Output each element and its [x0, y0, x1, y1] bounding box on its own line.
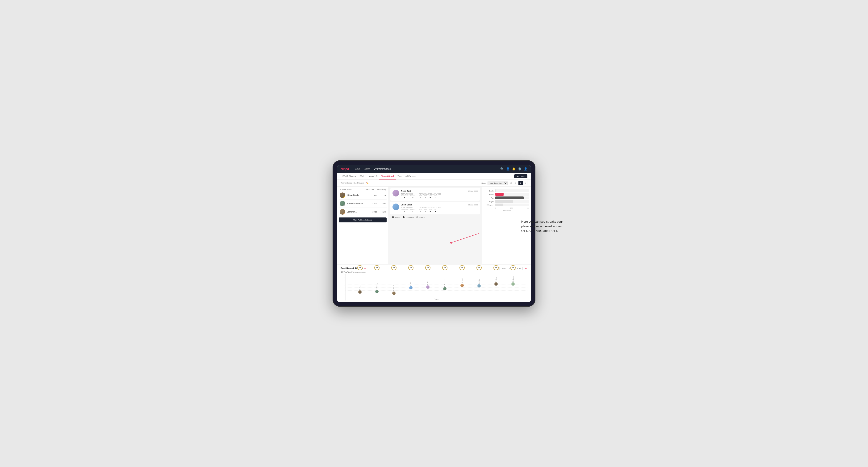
player-dot-col: 6x D. Billingham — [391, 265, 397, 295]
total-practice-label: Total Practice Activities — [419, 193, 441, 195]
streak-stem — [411, 270, 411, 281]
edit-icon[interactable]: ✏️ — [366, 182, 369, 184]
annotation-text: Here you can see streaks your players ha… — [521, 219, 568, 233]
tab-tour[interactable]: Tour — [396, 173, 404, 180]
legend-tournament: Tournament — [405, 217, 414, 218]
list-view-btn[interactable]: ≡ — [514, 181, 518, 185]
period-select[interactable]: Last 3 months Last 6 months Last 12 mont… — [488, 181, 507, 185]
avatar: 3 — [340, 209, 345, 215]
streak-bubble: 7x — [357, 265, 363, 270]
nav-teams[interactable]: Teams — [363, 167, 370, 171]
streak-bubble: 3x — [510, 265, 516, 270]
legend-practice: Practice — [419, 217, 425, 218]
y-label-2: 2 — [341, 288, 345, 289]
tab-hcaps[interactable]: Hcaps 1-5 — [366, 173, 379, 180]
player-avatar-small — [460, 284, 464, 287]
player-name-vertical: R. Britt — [427, 281, 429, 285]
bar-track: 499 — [495, 196, 529, 199]
annotation-arrow — [479, 234, 526, 252]
y-label-3: 3 — [341, 285, 345, 286]
player-card: Josh Coles 26 Aug 2023 Total Rounds Tour… — [390, 201, 480, 214]
player-dot-col: 4x M. Miller — [476, 265, 482, 295]
player-dot-col: 3x R. Butler — [493, 265, 499, 295]
bar-track: 131 — [495, 204, 529, 206]
bar-label-dbogeys: D. Bogeys + — [484, 204, 494, 206]
card-date: 02 Sep 2023 — [468, 190, 478, 192]
sub-tabs: PGAT Players PGA Hcaps 1-5 Team Clippd T… — [337, 173, 531, 180]
tab-pgat-players[interactable]: PGAT Players — [341, 173, 358, 180]
card-date: 26 Aug 2023 — [468, 204, 478, 206]
rank-badge: 2 — [343, 205, 345, 206]
player-name-vertical: E. Ebert — [359, 285, 361, 290]
x-axis-label-0: 0 — [495, 207, 496, 209]
th-pb-score: PB SCORE — [366, 189, 374, 190]
legend-rounds: Rounds — [395, 217, 400, 218]
tab-all-players[interactable]: All Players — [404, 173, 417, 180]
player-avatar-small — [358, 290, 362, 294]
nav-home[interactable]: Home — [353, 167, 360, 171]
search-icon[interactable]: 🔍 — [500, 167, 504, 170]
player-avatar-small — [426, 285, 430, 289]
player-row[interactable]: 2 Edward Crossman 18/20 107 — [339, 199, 386, 208]
player-name-vertical: D. Billingham — [393, 283, 395, 291]
player-avatar-small — [409, 286, 412, 289]
settings-icon[interactable]: ⚙️ — [518, 167, 522, 170]
player-name-vertical: C. Quick — [512, 276, 514, 282]
x-axis-label-400: 400 — [527, 207, 529, 209]
practice-val: 2 — [412, 210, 413, 213]
card-player-name: Josh Coles — [401, 204, 412, 206]
chart-area: 7x E. Ebert 6x B. McHerg — [345, 274, 527, 301]
player-score: 18/20 — [371, 203, 378, 205]
streak-stem — [479, 270, 479, 279]
show-controls: Show Last 3 months Last 6 months Last 12… — [482, 181, 527, 185]
avatar-icon[interactable]: 👤 — [524, 167, 527, 170]
y-label-7: 7 — [341, 274, 345, 276]
bar-track: 96 — [495, 193, 529, 196]
player-score: 19/20 — [371, 194, 378, 196]
player-avg: 103 — [380, 211, 385, 213]
player-name-vertical: J. Coles — [410, 281, 412, 286]
streaks-section: Best Round Streaks ← OTT APP ARG PUTT ← … — [337, 264, 531, 302]
total-rounds-label: Total Rounds — [401, 193, 415, 195]
x-axis-title: Total Shots — [484, 210, 529, 211]
streak-bubble: 5x — [408, 265, 413, 270]
streak-bubble: 4x — [442, 265, 447, 270]
bar-track: 311 — [495, 200, 529, 203]
x-axis: 0 200 400 — [484, 207, 529, 209]
table-view-btn[interactable]: ↕ — [523, 181, 527, 185]
y-axis: 7 6 5 4 3 2 1 0 — [341, 274, 345, 301]
add-team-button[interactable]: Add Team — [514, 174, 527, 178]
team-header: Team Clippd | 14 Players ✏️ Show Last 3 … — [337, 180, 531, 187]
player-dot-col: 5x J. Coles — [408, 265, 413, 295]
tab-pga[interactable]: PGA — [358, 173, 366, 180]
bar-row-bogeys: Bogeys 311 — [484, 200, 529, 203]
player-name-vertical: M. Miller — [478, 279, 480, 284]
bar-label-eagles: Eagles — [484, 190, 494, 192]
player-name-vertical: D. Ford — [461, 279, 463, 283]
nav-my-performance[interactable]: My Performance — [373, 167, 391, 171]
user-icon[interactable]: 👤 — [506, 167, 510, 170]
view-full-leaderboard-button[interactable]: View Full Leaderboard — [339, 217, 386, 222]
streak-stem — [496, 270, 496, 276]
player-row[interactable]: 3 Cameron... 17/20 103 — [339, 208, 386, 216]
player-dot-col: 4x D. Ford — [460, 265, 465, 295]
player-dot-col: 5x R. Britt — [425, 265, 431, 295]
streak-bubble: 5x — [425, 265, 431, 270]
card-view-btn[interactable]: ▦ — [519, 181, 523, 185]
x-axis-label: Players — [346, 299, 527, 300]
tab-team-clippd[interactable]: Team Clippd — [379, 173, 396, 180]
grid-view-btn[interactable]: ⊞ — [509, 181, 513, 185]
player-name: Cameron... — [347, 211, 370, 213]
x-axis-label-200: 200 — [510, 207, 513, 209]
rank-badge: 3 — [343, 213, 345, 215]
tournament-val: 7 — [404, 210, 405, 213]
streak-bubble: 4x — [460, 265, 465, 270]
card-stats: Total Rounds Tournament 7 Practice 2 — [401, 207, 478, 213]
card-player-name: Rees Britt — [401, 190, 411, 192]
bell-icon[interactable]: 🔔 — [512, 167, 516, 170]
player-name-vertical: B. McHerg — [376, 283, 378, 289]
player-row[interactable]: 1 Richard Butler 19/20 110 — [339, 191, 386, 199]
avatar: 2 — [340, 201, 345, 206]
logo: clippd — [341, 167, 349, 171]
y-label-1: 1 — [341, 290, 345, 292]
